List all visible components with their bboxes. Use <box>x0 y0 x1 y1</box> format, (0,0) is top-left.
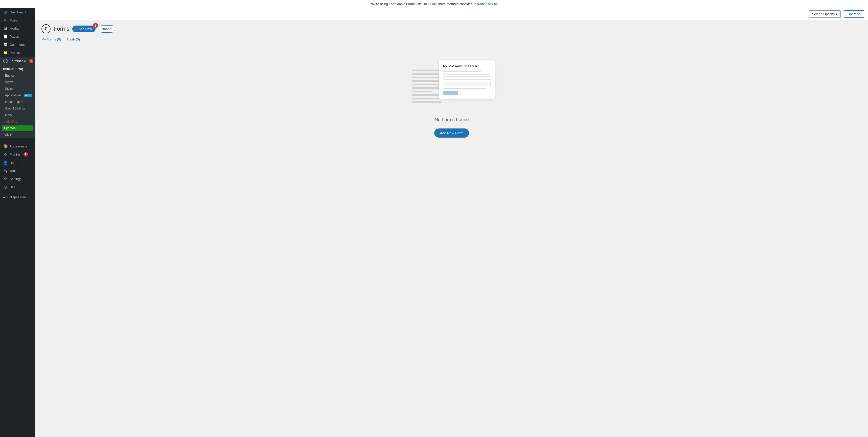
sidebar-item-appearance[interactable]: 🎨 Appearance <box>0 142 35 150</box>
sidebar-item-label: Formidable <box>10 59 26 63</box>
page-area: F Forms + Add New 2 Import My Forms (0) … <box>35 20 868 437</box>
sidebar-item-plugins[interactable]: 🔌 Plugins 1 <box>0 150 35 158</box>
addons-label: Add-Ons <box>5 120 17 123</box>
submenu-item-import-export[interactable]: Import/Export <box>0 98 35 105</box>
collapse-menu-item[interactable]: ◀ Collapse menu <box>0 193 35 202</box>
my-forms-link[interactable]: My Forms (0) <box>41 37 62 41</box>
sidebar-item-label: Plugins <box>10 152 21 156</box>
add-new-label: + Add New <box>76 27 92 31</box>
import-export-label: Import/Export <box>5 100 23 104</box>
sidebar-item-pages[interactable]: 📄 Pages <box>0 32 35 40</box>
users-icon: 👤 <box>3 161 8 165</box>
sidebar-item-media[interactable]: 🖼 Media <box>0 24 35 32</box>
logo-text: F <box>45 27 47 31</box>
pages-icon: 📄 <box>3 34 8 38</box>
form-preview-illustration: My Best WordPress Form <box>409 60 495 111</box>
submenu-item-styles[interactable]: Styles <box>0 86 35 92</box>
sidebar-item-dashboard[interactable]: ⊞ Dashboard <box>0 8 35 16</box>
submenu-item-applications[interactable]: Applications NEW <box>0 92 35 98</box>
sidebar-item-divi[interactable]: ◎ Divi <box>0 183 35 191</box>
upgrade-button[interactable]: Upgrade <box>844 10 864 18</box>
plugins-badge: 1 <box>24 152 28 156</box>
add-new-form-button[interactable]: Add New Form <box>434 128 469 138</box>
no-forms-text: No Forms Found <box>435 117 469 122</box>
preview-form-title: My Best WordPress Form <box>443 64 491 67</box>
settings-icon: ⚙ <box>3 177 8 181</box>
sidebar-item-label: Settings <box>10 177 22 181</box>
submenu-item-entries[interactable]: Entries <box>0 72 35 79</box>
my-forms-label: My Forms <box>41 37 56 41</box>
notice-bar: You're using Formidable Forms Lite. To u… <box>0 0 868 8</box>
sidebar-item-tools[interactable]: 🔧 Tools <box>0 167 35 175</box>
plugins-icon: 🔌 <box>3 152 8 156</box>
add-new-badge: 2 <box>93 23 98 28</box>
my-forms-count: (0) <box>57 37 61 41</box>
add-new-form-label: Add New Form <box>440 131 463 135</box>
submenu-item-views[interactable]: Views <box>0 79 35 86</box>
submenu-item-global-settings[interactable]: Global Settings <box>0 105 35 112</box>
top-header: Screen Options ▾ Upgrade <box>35 8 868 20</box>
notice-text: You're using Formidable Forms Lite. To u… <box>370 2 473 6</box>
applications-label: Applications <box>5 94 22 97</box>
applications-new-badge: NEW <box>24 94 32 97</box>
comments-icon: 💬 <box>3 42 8 47</box>
sidebar-item-projects[interactable]: 📁 Projects <box>0 49 35 57</box>
smtp-label: SMTP <box>5 133 13 137</box>
collapse-menu-label: Collapse menu <box>7 196 28 199</box>
sidebar-item-label: Pages <box>10 35 19 38</box>
upgrade-label: Upgrade <box>4 126 16 130</box>
formidable-logo: F <box>41 24 51 33</box>
screen-options-label: Screen Options <box>812 12 835 16</box>
filter-bar: My Forms (0) | Trash (0) <box>41 37 862 41</box>
import-label: Import <box>102 27 112 31</box>
preview-form-card: My Best WordPress Form <box>439 60 495 99</box>
sidebar-item-label: Tools <box>10 169 17 173</box>
sidebar-item-posts[interactable]: ✏ Posts <box>0 16 35 24</box>
submenu-item-smtp[interactable]: SMTP <box>0 132 35 138</box>
tools-icon: 🔧 <box>3 169 8 173</box>
empty-state: My Best WordPress Form <box>41 45 862 153</box>
styles-label: Styles <box>5 87 13 90</box>
formidable-icon: F <box>3 59 8 63</box>
sidebar-item-users[interactable]: 👤 Users <box>0 158 35 167</box>
add-new-button[interactable]: + Add New 2 <box>72 26 95 32</box>
posts-icon: ✏ <box>3 18 8 22</box>
sidebar-item-formidable[interactable]: F Formidable 1 <box>0 57 35 65</box>
submenu-header: Forms (Lite) <box>0 65 35 72</box>
filter-separator: | <box>63 37 64 41</box>
sidebar-item-label: Projects <box>10 51 22 55</box>
submenu-item-upgrade[interactable]: Upgrade <box>2 125 33 131</box>
sidebar-item-label: Users <box>10 161 18 165</box>
views-label: Views <box>5 80 13 84</box>
formidable-submenu: Forms (Lite) Entries Views Styles Applic… <box>0 65 35 138</box>
global-settings-label: Global Settings <box>5 107 26 110</box>
screen-options-button[interactable]: Screen Options ▾ <box>809 10 841 18</box>
trash-label: Trash <box>67 37 75 41</box>
sidebar-item-label: Media <box>10 27 19 30</box>
collapse-arrow-icon: ◀ <box>3 196 5 199</box>
sidebar-item-label: Posts <box>10 19 18 22</box>
page-title: Forms <box>54 26 69 32</box>
media-icon: 🖼 <box>3 26 8 30</box>
appearance-icon: 🎨 <box>3 144 8 148</box>
sidebar-item-label: Divi <box>10 185 15 189</box>
projects-icon: 📁 <box>3 51 8 55</box>
sidebar-item-comments[interactable]: 💬 Comments <box>0 40 35 49</box>
dashboard-icon: ⊞ <box>3 10 8 14</box>
submenu-item-inbox[interactable]: Inbox <box>0 112 35 118</box>
sidebar-item-label: Appearance <box>10 144 27 148</box>
page-title-bar: F Forms + Add New 2 Import <box>41 24 862 33</box>
import-button[interactable]: Import <box>99 25 116 33</box>
chevron-down-icon: ▾ <box>836 12 837 16</box>
formidable-badge: 1 <box>29 59 33 63</box>
entries-label: Entries <box>5 74 14 78</box>
upgrade-label: Upgrade <box>847 12 860 16</box>
main-content: Screen Options ▾ Upgrade F Forms + Add N… <box>35 8 868 437</box>
submenu-item-addons[interactable]: Add-Ons <box>0 118 35 125</box>
sidebar-item-settings[interactable]: ⚙ Settings <box>0 175 35 183</box>
sidebar-item-label: Comments <box>10 43 26 47</box>
upgrade-link[interactable]: upgrading to Pro <box>473 2 497 6</box>
divi-icon: ◎ <box>3 185 8 189</box>
sidebar-item-label: Dashboard <box>10 10 26 14</box>
trash-link[interactable]: Trash (0) <box>67 37 80 41</box>
